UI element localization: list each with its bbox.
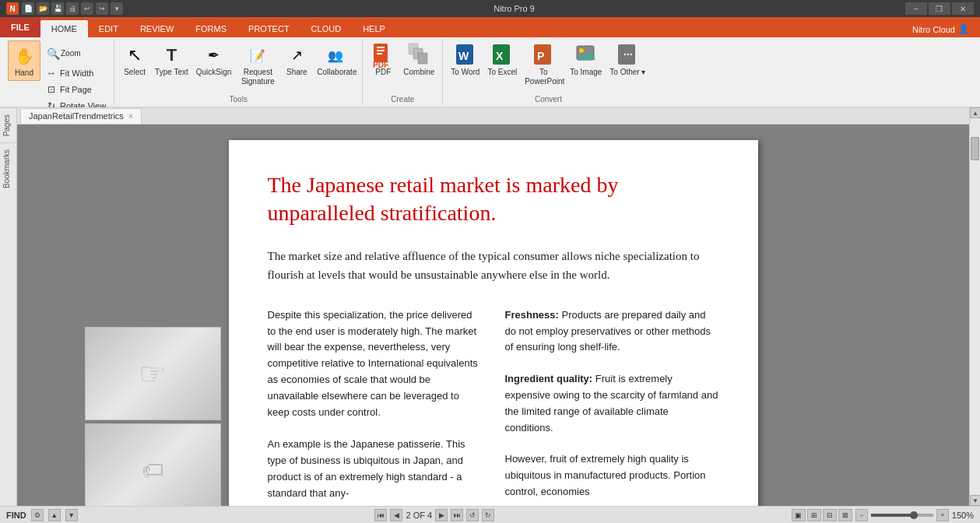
select-label: Select xyxy=(124,68,146,77)
vertical-scrollbar[interactable]: ▲ ▼ xyxy=(969,107,980,506)
thumbnail-1-img: ☞ xyxy=(86,328,220,419)
continuous-facing-view-button[interactable]: ⊠ xyxy=(838,509,852,521)
collaborate-button[interactable]: 👥 Collaborate xyxy=(314,40,357,79)
to-powerpoint-label: To PowerPoint xyxy=(525,68,562,86)
tab-help[interactable]: HELP xyxy=(352,20,396,37)
restore-button[interactable]: ❐ xyxy=(929,2,950,15)
tab-protect[interactable]: PROTECT xyxy=(237,20,300,37)
to-other-button[interactable]: ··· To Other ▾ xyxy=(606,40,648,79)
tab-review[interactable]: REVIEW xyxy=(129,20,184,37)
page-info: 2 OF 4 xyxy=(406,511,432,520)
thumbnails-panel: ☞ 🏷 xyxy=(85,327,221,506)
window-controls: − ❐ ✕ xyxy=(905,2,974,15)
scrollbar-track[interactable] xyxy=(970,118,980,495)
close-button[interactable]: ✕ xyxy=(952,2,974,15)
type-text-button[interactable]: T Type Text xyxy=(152,40,191,79)
type-text-label: Type Text xyxy=(155,68,188,77)
zoom-in-button[interactable]: + xyxy=(936,509,949,521)
select-button[interactable]: ↖ Select xyxy=(119,40,150,79)
nav-next-button[interactable]: ▶ xyxy=(435,509,448,521)
to-powerpoint-button[interactable]: P To PowerPoint xyxy=(522,40,565,89)
nav-last-button[interactable]: ⏭ xyxy=(451,509,463,521)
continuous-view-button[interactable]: ⊞ xyxy=(807,509,821,521)
find-settings-button[interactable]: ⚙ xyxy=(31,509,44,521)
scroll-down-button[interactable]: ▼ xyxy=(970,495,980,506)
select-icon: ↖ xyxy=(122,43,147,68)
rotate-right-button[interactable]: ↻ xyxy=(482,509,494,521)
pdf-button[interactable]: PDF PDF xyxy=(367,40,399,79)
svg-rect-2 xyxy=(377,50,385,51)
undo-icon[interactable]: ↩ xyxy=(81,2,93,15)
zoom-slider-handle[interactable] xyxy=(910,511,918,519)
customize-icon[interactable]: ▾ xyxy=(111,2,123,15)
document-tab-name: JapanRetailTrendmetrics xyxy=(29,111,124,121)
minimize-button[interactable]: − xyxy=(905,2,927,15)
fit-width-button[interactable]: ↔ Fit Width xyxy=(42,65,109,81)
nitro-cloud-button[interactable]: Nitro Cloud 👤 xyxy=(901,21,980,37)
quicksign-label: QuickSign xyxy=(196,68,232,77)
scrollbar-thumb[interactable] xyxy=(971,137,979,160)
print-icon[interactable]: 🖨 xyxy=(66,2,79,15)
svg-rect-3 xyxy=(377,53,382,54)
tab-home[interactable]: HOME xyxy=(40,20,88,37)
tab-forms[interactable]: FORMS xyxy=(184,20,237,37)
request-signature-button[interactable]: 📝 Request Signature xyxy=(236,40,279,89)
find-next-button[interactable]: ▼ xyxy=(65,509,78,521)
rotate-left-button[interactable]: ↺ xyxy=(466,509,479,521)
to-other-icon: ··· xyxy=(615,43,640,68)
view-group: ✋ Hand 🔍 Zoom ↔ Fit Width ⊡ Fit Page xyxy=(3,39,114,105)
tab-bar: JapanRetailTrendmetrics × xyxy=(17,107,969,125)
hand-thumbnail-icon: ☞ xyxy=(139,356,167,391)
to-word-icon: W xyxy=(453,43,478,68)
zoom-out-button[interactable]: − xyxy=(855,509,868,521)
quick-access-toolbar: 📄 📂 💾 🖨 ↩ ↪ ▾ xyxy=(22,2,123,15)
to-image-button[interactable]: To Image xyxy=(567,40,605,79)
zoom-slider[interactable] xyxy=(871,514,933,517)
to-other-label: To Other ▾ xyxy=(609,68,645,77)
nav-first-button[interactable]: ⏮ xyxy=(374,509,387,521)
save-icon[interactable]: 💾 xyxy=(51,2,64,15)
to-image-label: To Image xyxy=(570,68,602,77)
collaborate-icon: 👥 xyxy=(323,43,348,68)
hand-button[interactable]: ✋ Hand xyxy=(8,40,40,81)
to-excel-button[interactable]: X To Excel xyxy=(484,40,520,79)
convert-group-content: W To Word X To Excel P xyxy=(448,40,648,93)
pages-tab[interactable]: Pages xyxy=(0,107,16,142)
view-mode-icons: ▣ ⊞ ⊟ ⊠ xyxy=(792,509,852,521)
nitro-cloud-label: Nitro Cloud xyxy=(912,25,955,34)
thumbnail-2-img: 🏷 xyxy=(86,424,220,506)
new-icon[interactable]: 📄 xyxy=(22,2,34,15)
svg-rect-7 xyxy=(418,53,427,64)
scroll-area[interactable]: ☞ 🏷 The Japanese retail market is marked… xyxy=(17,125,969,506)
create-group: PDF PDF Combine Create xyxy=(363,39,443,105)
document-tab[interactable]: JapanRetailTrendmetrics × xyxy=(20,108,142,124)
quicksign-button[interactable]: ✒ QuickSign xyxy=(193,40,235,79)
bookmarks-tab[interactable]: Bookmarks xyxy=(0,142,16,195)
tab-file[interactable]: FILE xyxy=(0,17,40,37)
price-tag-thumbnail-icon: 🏷 xyxy=(142,458,163,483)
single-page-view-button[interactable]: ▣ xyxy=(792,509,806,521)
combine-button[interactable]: Combine xyxy=(400,40,437,79)
ingredient-quality-section: Ingredient quality: Fruit is extremely e… xyxy=(505,371,719,436)
share-button[interactable]: ↗ Share xyxy=(281,40,312,79)
to-word-button[interactable]: W To Word xyxy=(448,40,483,79)
left-para-2: An example is the Japanese patisserie. T… xyxy=(268,437,482,501)
tab-close-button[interactable]: × xyxy=(128,112,133,121)
open-icon[interactable]: 📂 xyxy=(37,2,49,15)
nav-prev-button[interactable]: ◀ xyxy=(390,509,402,521)
redo-icon[interactable]: ↪ xyxy=(96,2,108,15)
thumbnail-2: 🏷 xyxy=(85,423,221,506)
find-prev-button[interactable]: ▲ xyxy=(48,509,61,521)
pdf-icon: PDF xyxy=(371,43,395,68)
scroll-up-button[interactable]: ▲ xyxy=(970,107,980,118)
svg-text:P: P xyxy=(537,50,544,62)
facing-view-button[interactable]: ⊟ xyxy=(823,509,837,521)
to-word-label: To Word xyxy=(451,68,479,77)
tab-edit[interactable]: EDIT xyxy=(88,20,129,37)
status-center: ⏮ ◀ 2 OF 4 ▶ ⏭ ↺ ↻ xyxy=(374,509,494,521)
fit-page-icon: ⊡ xyxy=(45,83,58,96)
zoom-button[interactable]: 🔍 Zoom xyxy=(42,44,109,64)
create-group-content: PDF PDF Combine xyxy=(367,40,437,93)
tab-cloud[interactable]: CLOUD xyxy=(300,20,353,37)
fit-page-button[interactable]: ⊡ Fit Page xyxy=(42,82,109,97)
